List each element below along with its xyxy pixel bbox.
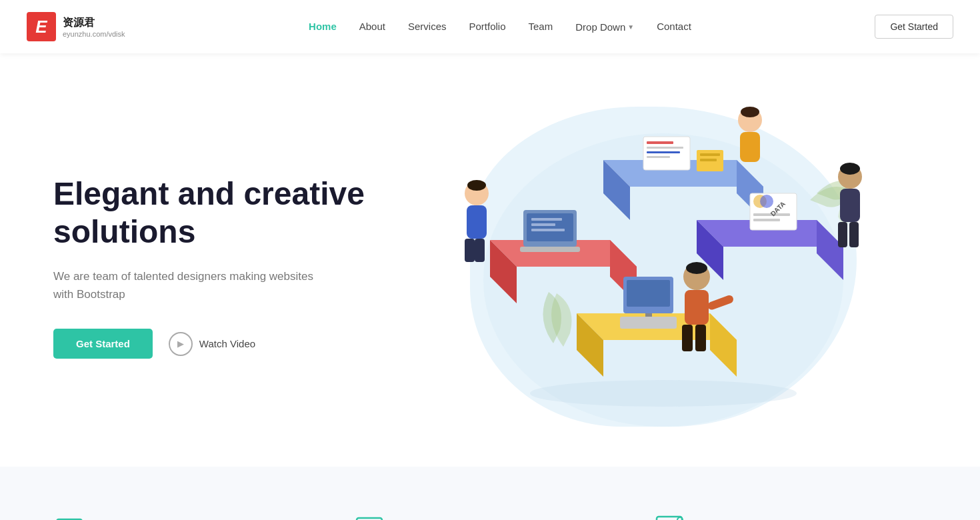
watch-video-link[interactable]: ▶ Watch Video [169, 332, 255, 356]
svg-rect-8 [647, 156, 670, 158]
logo-letter: E [35, 17, 47, 37]
features-section: Lorem Ipsum Voluptatum deleniti atque co… [0, 467, 980, 520]
nav-link-home[interactable]: Home [299, 15, 346, 37]
hero-title: Elegant and creative solutions [53, 175, 400, 251]
svg-rect-39 [840, 189, 860, 222]
svg-rect-54 [695, 325, 706, 351]
svg-rect-20 [520, 247, 580, 252]
hero-cta-button[interactable]: Get Started [53, 329, 153, 359]
hero-subtitle: We are team of talented designers making… [53, 267, 320, 303]
logo-text: 资源君 eyunzhu.com/vdisk [63, 16, 125, 38]
nav-cta-button[interactable]: Get Started [875, 15, 953, 39]
nav-item-about[interactable]: About [350, 21, 395, 33]
svg-rect-36 [753, 219, 780, 221]
illustration-container: DATA [457, 93, 870, 440]
nav-link-portfolio[interactable]: Portfolio [460, 15, 515, 37]
navbar: E 资源君 eyunzhu.com/vdisk Home About Servi… [0, 0, 980, 53]
svg-rect-11 [700, 159, 717, 161]
svg-point-55 [686, 262, 707, 274]
nav-link-contact[interactable]: Contact [647, 15, 701, 37]
brand-sub: eyunzhu.com/vdisk [63, 30, 125, 38]
svg-rect-23 [531, 229, 565, 231]
nav-item-home[interactable]: Home [299, 21, 346, 33]
svg-rect-40 [838, 222, 847, 247]
svg-rect-6 [647, 147, 683, 149]
svg-rect-27 [475, 239, 485, 262]
logo[interactable]: E 资源君 eyunzhu.com/vdisk [27, 12, 125, 41]
svg-rect-10 [700, 153, 720, 156]
svg-point-28 [467, 180, 486, 191]
brand-name: 资源君 [63, 16, 125, 30]
nav-links: Home About Services Portfolio Team Drop … [299, 16, 701, 38]
svg-rect-22 [531, 223, 555, 226]
svg-rect-25 [467, 205, 487, 239]
nav-item-team[interactable]: Team [519, 21, 563, 33]
feature-icon-3 [653, 513, 685, 520]
svg-rect-19 [527, 213, 573, 241]
chevron-down-icon: ▼ [627, 23, 634, 31]
feature-icon-2 [353, 513, 385, 520]
svg-point-14 [741, 107, 759, 117]
logo-box: E [27, 12, 56, 41]
svg-rect-53 [682, 325, 693, 351]
watch-video-label: Watch Video [199, 338, 255, 349]
illustration-svg: DATA [457, 93, 870, 440]
play-icon: ▶ [169, 332, 193, 356]
svg-rect-47 [627, 280, 670, 307]
nav-link-about[interactable]: About [350, 15, 395, 37]
hero-content: Elegant and creative solutions We are te… [53, 175, 400, 359]
svg-rect-26 [465, 239, 475, 262]
nav-item-services[interactable]: Services [399, 21, 456, 33]
hero-illustration: DATA [400, 93, 927, 440]
svg-rect-5 [647, 141, 673, 144]
nav-item-portfolio[interactable]: Portfolio [460, 21, 515, 33]
svg-rect-13 [740, 132, 760, 162]
hero-section: Elegant and creative solutions We are te… [0, 53, 980, 467]
svg-point-42 [840, 163, 860, 175]
hero-actions: Get Started ▶ Watch Video [53, 329, 400, 359]
svg-rect-50 [620, 317, 677, 329]
feature-icon-1 [53, 513, 85, 520]
svg-rect-52 [685, 290, 709, 325]
svg-rect-21 [531, 218, 562, 221]
feature-card-1: Lorem Ipsum Voluptatum deleniti atque co… [53, 507, 327, 520]
nav-link-dropdown[interactable]: Drop Down ▼ [566, 16, 643, 38]
nav-item-contact[interactable]: Contact [647, 21, 701, 33]
feature-card-2: Dolor Sitema Minim veniam, quis nostrud … [353, 507, 627, 520]
svg-rect-7 [647, 151, 680, 153]
nav-item-dropdown[interactable]: Drop Down ▼ [566, 16, 643, 38]
nav-link-services[interactable]: Services [399, 15, 456, 37]
feature-card-3: Sed ut perspiciatis Duis aute irure dolo… [653, 507, 927, 520]
svg-rect-41 [849, 222, 859, 247]
nav-link-team[interactable]: Team [519, 15, 563, 37]
svg-point-34 [760, 195, 773, 208]
svg-point-57 [530, 380, 797, 407]
